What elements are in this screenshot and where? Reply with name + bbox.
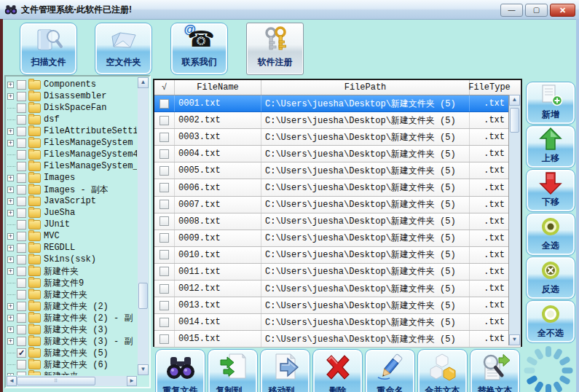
check-column-header[interactable]: √ <box>154 80 175 95</box>
filetype-column-header[interactable]: FileType <box>470 80 509 95</box>
tree-item[interactable]: 新建文件夹 <box>7 289 137 300</box>
tree-item[interactable]: +Skins(ssk) <box>7 254 137 265</box>
tree-expander-icon[interactable]: + <box>7 128 14 135</box>
tree-item[interactable]: FilesManageSystem4 <box>7 149 137 160</box>
row-checkbox[interactable] <box>159 301 169 310</box>
tree-checkbox[interactable] <box>17 360 26 369</box>
row-checkbox[interactable] <box>159 183 169 192</box>
tree-checkbox[interactable] <box>17 115 26 125</box>
rename-button[interactable]: 重命名 <box>365 349 415 392</box>
tree-item[interactable]: ✓新建文件夹 (5) <box>7 347 137 358</box>
minimize-button[interactable]: — <box>500 4 523 17</box>
tree-expander-icon[interactable]: + <box>7 175 14 181</box>
table-row[interactable]: 0010.txtC:\Users\juesha\Desktop\新建文件夹 (5… <box>154 247 521 264</box>
register-button[interactable]: 软件注册 <box>246 23 304 75</box>
table-scroll-thumb[interactable] <box>510 108 519 133</box>
tree-checkbox[interactable] <box>17 103 26 113</box>
tree-item[interactable]: +新建文件夹 (3) - 副 <box>7 335 137 347</box>
tree-item[interactable]: +FileAttributeSetti <box>7 125 137 137</box>
tree-item[interactable]: 新建文件夹 (6) <box>7 358 137 370</box>
tree-checkbox[interactable] <box>17 278 26 288</box>
tree-scroll-thumb[interactable] <box>138 283 148 309</box>
tree-checkbox[interactable] <box>17 197 26 206</box>
table-scroll-down-icon[interactable]: ▼ <box>509 334 520 345</box>
tree-item[interactable]: 新建文件9 <box>7 277 137 289</box>
tree-item[interactable]: +新建件夹 <box>7 265 137 277</box>
table-row[interactable]: 0013.txtC:\Users\juesha\Desktop\新建文件夹 (5… <box>154 297 521 314</box>
empty-folder-button[interactable]: 空文件夹 <box>95 23 152 75</box>
tree-item[interactable]: DiskSpaceFan <box>7 102 137 114</box>
tree-checkbox[interactable] <box>17 290 26 299</box>
table-row[interactable]: 0001.txtC:\Users\juesha\Desktop\新建文件夹 (5… <box>154 95 521 112</box>
table-row[interactable]: 0005.txtC:\Users\juesha\Desktop\新建文件夹 (5… <box>154 162 521 179</box>
tree-item[interactable]: JUnit <box>7 219 137 230</box>
scan-files-button[interactable]: 扫描文件 <box>20 23 77 75</box>
tree-item[interactable]: +Images - 副本 <box>7 184 137 195</box>
table-row[interactable]: 0014.txtC:\Users\juesha\Desktop\新建文件夹 (5… <box>154 314 521 331</box>
row-checkbox[interactable] <box>159 334 169 344</box>
tree-item[interactable]: +新建文件夹 (3) <box>7 324 137 335</box>
tree-horizontal-scrollbar[interactable]: ◄ ⠿ ► <box>7 376 137 386</box>
scroll-left-icon[interactable]: ◄ <box>7 376 17 386</box>
tree-checkbox[interactable] <box>17 92 26 101</box>
table-row[interactable]: 0004.txtC:\Users\juesha\Desktop\新建文件夹 (5… <box>154 146 521 162</box>
tree-expander-icon[interactable]: + <box>7 338 14 345</box>
maximize-button[interactable]: ▢ <box>525 4 548 17</box>
tree-checkbox[interactable] <box>17 138 26 148</box>
tree-expander-icon[interactable]: + <box>7 373 14 376</box>
tree-item[interactable]: dsf <box>7 114 137 125</box>
tree-checkbox[interactable] <box>17 255 26 264</box>
tree-item[interactable]: +新建文件夹 (2) - 副 <box>7 312 137 324</box>
row-checkbox[interactable] <box>159 318 169 327</box>
tree-vertical-scrollbar[interactable]: ▲ ▼ <box>138 77 149 375</box>
filepath-column-header[interactable]: FilePath <box>261 80 470 95</box>
tree-checkbox[interactable] <box>17 325 26 334</box>
tree-checkbox[interactable] <box>17 80 26 90</box>
tree-expander-icon[interactable]: + <box>7 82 14 88</box>
merge-text-button[interactable]: 合并文本 <box>417 349 468 392</box>
tree-expander-icon[interactable]: + <box>7 233 14 240</box>
tree-checkbox[interactable] <box>17 232 26 241</box>
table-row[interactable]: 0011.txtC:\Users\juesha\Desktop\新建文件夹 (5… <box>154 264 521 281</box>
tree-checkbox[interactable] <box>17 162 26 171</box>
tree-expander-icon[interactable]: + <box>7 315 14 321</box>
duplicate-files-button[interactable]: 重复文件 <box>155 349 205 392</box>
tree-item[interactable]: +JavaScript <box>7 195 137 207</box>
table-row[interactable]: 0002.txtC:\Users\juesha\Desktop\新建文件夹 (5… <box>154 112 521 129</box>
tree-expander-icon[interactable]: + <box>7 303 14 310</box>
scroll-down-icon[interactable]: ▼ <box>138 364 149 375</box>
move-down-button[interactable]: 下移 <box>526 169 575 212</box>
row-checkbox[interactable] <box>159 149 169 159</box>
scroll-right-icon[interactable]: ► <box>127 376 137 386</box>
add-new-button[interactable]: 新增 <box>526 82 575 125</box>
tree-checkbox[interactable] <box>17 185 26 195</box>
delete-button[interactable]: 删除 <box>312 349 363 392</box>
tree-expander-icon[interactable]: + <box>7 187 14 193</box>
copy-to-button[interactable]: 复制到... <box>208 349 258 392</box>
tree-expander-icon[interactable]: + <box>7 256 14 263</box>
table-row[interactable]: 0006.txtC:\Users\juesha\Desktop\新建文件夹 (5… <box>154 179 521 196</box>
tree-expander-icon[interactable]: + <box>7 326 14 333</box>
table-row[interactable]: 0007.txtC:\Users\juesha\Desktop\新建文件夹 (5… <box>154 197 521 213</box>
table-vertical-scrollbar[interactable]: ▲ ▼ <box>508 95 521 345</box>
tree-checkbox[interactable] <box>17 220 26 230</box>
row-checkbox[interactable] <box>159 284 169 294</box>
row-checkbox[interactable] <box>159 216 169 226</box>
move-up-button[interactable]: 上移 <box>526 125 575 168</box>
tree-checkbox[interactable]: ✓ <box>17 348 26 358</box>
filename-column-header[interactable]: FileName <box>175 80 261 95</box>
tree-expander-icon[interactable]: + <box>7 268 14 275</box>
select-all-button[interactable]: 全选 <box>526 213 575 256</box>
row-checkbox[interactable] <box>159 250 169 259</box>
select-invert-button[interactable]: 反选 <box>526 256 575 299</box>
tree-item[interactable]: +新建文件夹 (2) <box>7 300 137 312</box>
row-checkbox[interactable] <box>159 267 169 276</box>
tree-checkbox[interactable] <box>17 302 26 311</box>
contact-us-button[interactable]: @ ☎ 联系我们 <box>170 23 228 75</box>
table-row[interactable]: 0012.txtC:\Users\juesha\Desktop\新建文件夹 (5… <box>154 281 521 297</box>
tree-item[interactable]: FilesManageSystem_ <box>7 160 137 172</box>
scroll-up-icon[interactable]: ▲ <box>138 77 149 88</box>
table-row[interactable]: 0015.txtC:\Users\juesha\Desktop\新建文件夹 (5… <box>154 331 521 348</box>
row-checkbox[interactable] <box>159 99 169 109</box>
tree-item[interactable]: +Disassembler <box>7 90 137 102</box>
